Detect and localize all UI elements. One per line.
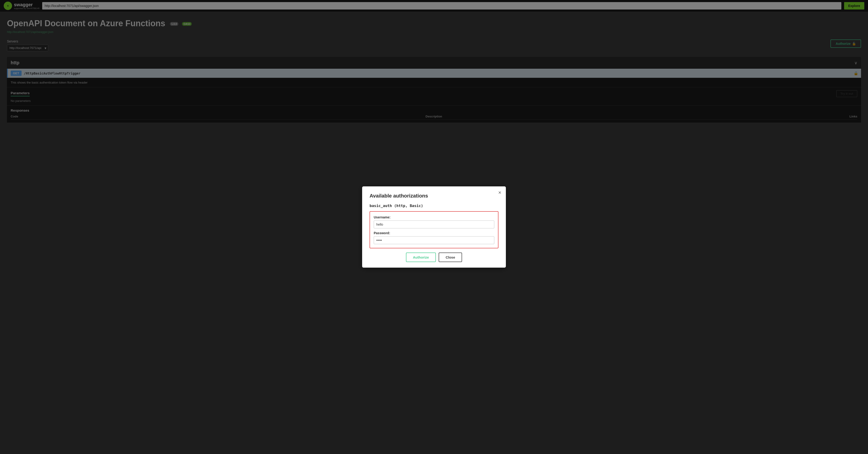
- password-label: Password:: [374, 231, 494, 235]
- modal-overlay: Available authorizations × basic_auth (h…: [0, 0, 868, 454]
- username-label: Username:: [374, 216, 494, 219]
- username-input[interactable]: [374, 221, 494, 228]
- auth-modal: Available authorizations × basic_auth (h…: [362, 187, 506, 267]
- auth-scheme-name: basic_auth (http, Basic): [370, 203, 498, 208]
- modal-actions: Authorize Close: [370, 253, 498, 262]
- modal-close-button[interactable]: Close: [439, 253, 462, 262]
- password-input[interactable]: [374, 236, 494, 244]
- modal-authorize-button[interactable]: Authorize: [406, 253, 436, 262]
- modal-close-x-button[interactable]: ×: [498, 190, 501, 195]
- modal-title: Available authorizations: [370, 193, 498, 199]
- auth-form-box: Username: Password:: [370, 211, 498, 248]
